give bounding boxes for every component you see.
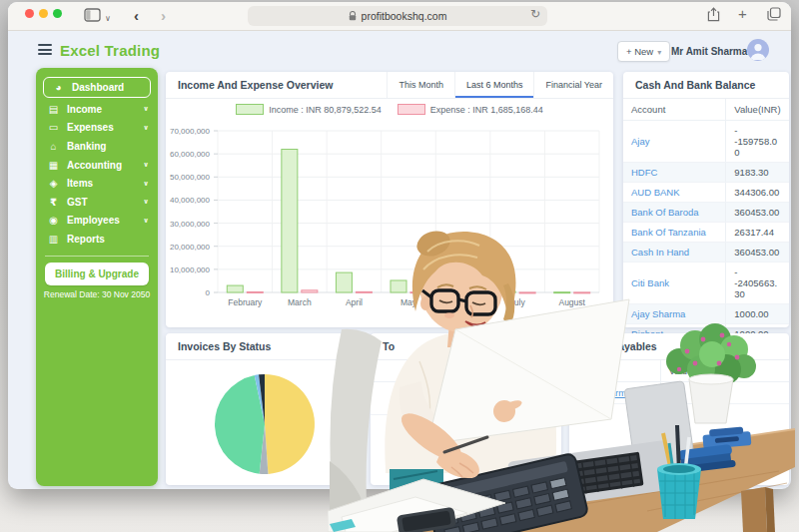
tab-overview-icon[interactable] bbox=[767, 7, 781, 27]
new-tab-icon[interactable]: + bbox=[738, 4, 747, 24]
sidebar-item-gst[interactable]: ₹GST∨ bbox=[36, 193, 158, 212]
desktop-background: ∨ ‹ › profitbookshq.com ↻ + Excel Tradin… bbox=[0, 0, 799, 532]
chevron-down-icon: ∨ bbox=[143, 161, 149, 169]
menu-toggle-icon[interactable] bbox=[38, 44, 52, 55]
sidebar-item-dashboard[interactable]: ◕Dashboard bbox=[43, 77, 151, 98]
photo-woman-at-desk bbox=[328, 212, 799, 532]
pie-slice bbox=[265, 374, 315, 474]
chevron-down-icon[interactable]: ∨ bbox=[105, 9, 111, 29]
card-title: Invoices By Status bbox=[166, 333, 283, 359]
billing-upgrade-button[interactable]: Billing & Upgrade bbox=[45, 263, 149, 285]
sidebar-item-accounting[interactable]: ▦Accounting∨ bbox=[36, 156, 158, 175]
rupee-icon: ₹ bbox=[47, 197, 60, 208]
chevron-down-icon: ▾ bbox=[657, 48, 661, 57]
table-leg bbox=[741, 487, 767, 532]
plant-pot bbox=[689, 379, 733, 423]
sidebar-item-label: GST bbox=[67, 197, 88, 208]
reload-icon[interactable]: ↻ bbox=[530, 7, 540, 21]
svg-text:0: 0 bbox=[206, 288, 211, 297]
tab-last-6-months[interactable]: Last 6 Months bbox=[454, 72, 534, 98]
card-title: Income And Expense Overview bbox=[166, 72, 345, 98]
wallet-icon: ▭ bbox=[47, 122, 60, 133]
tab-financial-year[interactable]: Financial Year bbox=[533, 72, 613, 98]
legend-label: Expense : INR 1,685,168.44 bbox=[430, 105, 543, 115]
account-link[interactable]: AUD BANK bbox=[623, 183, 726, 203]
lock-icon bbox=[349, 11, 357, 21]
avatar[interactable] bbox=[747, 39, 769, 61]
sidebar-toggle-icon[interactable] bbox=[84, 8, 101, 28]
sidebar-item-employees[interactable]: ◉Employees∨ bbox=[36, 212, 158, 231]
forward-button[interactable]: › bbox=[161, 6, 166, 26]
pencil-cup bbox=[657, 425, 701, 519]
card-title: Cash And Bank Balance bbox=[623, 72, 767, 98]
share-icon[interactable] bbox=[707, 7, 720, 28]
sidebar-item-expenses[interactable]: ▭Expenses∨ bbox=[36, 119, 158, 138]
chevron-down-icon: ∨ bbox=[143, 217, 149, 225]
sidebar-item-items[interactable]: ◈Items∨ bbox=[36, 174, 158, 193]
sidebar-item-label: Banking bbox=[67, 141, 106, 152]
legend-swatch bbox=[398, 104, 425, 115]
chevron-down-icon: ∨ bbox=[143, 198, 149, 206]
column-header: Value(INR) bbox=[726, 99, 789, 121]
address-bar[interactable]: profitbookshq.com ↻ bbox=[248, 6, 547, 26]
svg-text:50,000,000: 50,000,000 bbox=[170, 173, 211, 182]
sidebar-item-label: Dashboard bbox=[72, 82, 124, 93]
url-text: profitbookshq.com bbox=[362, 10, 447, 22]
svg-text:10,000,000: 10,000,000 bbox=[170, 266, 211, 274]
new-button[interactable]: + New▾ bbox=[617, 41, 670, 62]
svg-text:60,000,000: 60,000,000 bbox=[170, 150, 211, 159]
sidebar-item-label: Expenses bbox=[67, 122, 114, 133]
account-link[interactable]: HDFC bbox=[623, 163, 726, 183]
tag-icon: ◈ bbox=[47, 178, 60, 189]
value-cell: 9183.30 bbox=[726, 163, 789, 183]
legend-swatch bbox=[236, 104, 264, 115]
table-row[interactable]: HDFC9183.30 bbox=[623, 163, 789, 183]
chart-legend: Income : INR 80,879,522.54Expense : INR … bbox=[166, 104, 613, 115]
report-icon: ▥ bbox=[47, 234, 60, 245]
svg-text:70,000,000: 70,000,000 bbox=[170, 127, 211, 136]
chevron-down-icon: ∨ bbox=[143, 124, 149, 132]
cash-icon: ▤ bbox=[47, 104, 60, 115]
table-row[interactable]: Ajay--159758.00 bbox=[623, 121, 789, 163]
period-tabs: This MonthLast 6 MonthsFinancial Year bbox=[387, 72, 613, 98]
legend-label: Income : INR 80,879,522.54 bbox=[269, 105, 382, 115]
sidebar-item-label: Reports bbox=[67, 234, 105, 245]
account-link[interactable]: Ajay bbox=[623, 121, 726, 163]
pie-chart-icon: ◕ bbox=[52, 82, 65, 93]
sidebar-item-label: Employees bbox=[67, 215, 120, 226]
svg-text:40,000,000: 40,000,000 bbox=[170, 196, 211, 205]
column-header: Account bbox=[623, 99, 726, 121]
sidebar-item-label: Income bbox=[67, 104, 102, 115]
user-name[interactable]: Mr Amit Sharma bbox=[671, 46, 747, 57]
sidebar-item-banking[interactable]: ⌂Banking bbox=[36, 137, 158, 156]
table-row[interactable]: AUD BANK344306.00 bbox=[623, 183, 789, 203]
back-button[interactable]: ‹ bbox=[134, 6, 139, 26]
bank-icon: ⌂ bbox=[47, 141, 60, 152]
svg-text:February: February bbox=[228, 297, 263, 307]
minimize-window-button[interactable] bbox=[39, 9, 48, 18]
svg-text:March: March bbox=[288, 297, 312, 307]
users-icon: ◉ bbox=[47, 215, 60, 226]
legend-item: Expense : INR 1,685,168.44 bbox=[398, 104, 543, 115]
sidebar-item-income[interactable]: ▤Income∨ bbox=[36, 100, 158, 119]
calculator-icon: ▦ bbox=[47, 160, 60, 171]
sidebar-item-label: Accounting bbox=[67, 160, 122, 171]
svg-text:20,000,000: 20,000,000 bbox=[170, 243, 211, 252]
sidebar-divider bbox=[45, 256, 149, 257]
chevron-down-icon: ∨ bbox=[143, 180, 149, 188]
company-name: Excel Trading bbox=[60, 42, 160, 59]
renewal-date: Renewal Date: 30 Nov 2050 bbox=[36, 289, 158, 299]
pie-slice bbox=[215, 375, 265, 474]
sidebar: ◕Dashboard▤Income∨▭Expenses∨⌂Banking▦Acc… bbox=[36, 68, 158, 486]
value-cell: 344306.00 bbox=[726, 183, 789, 203]
zoom-window-button[interactable] bbox=[53, 9, 62, 18]
close-window-button[interactable] bbox=[25, 9, 34, 18]
chevron-down-icon: ∨ bbox=[143, 105, 149, 113]
svg-text:30,000,000: 30,000,000 bbox=[170, 220, 211, 229]
sidebar-item-reports[interactable]: ▥Reports bbox=[36, 230, 158, 249]
legend-item: Income : INR 80,879,522.54 bbox=[236, 104, 382, 115]
sidebar-item-label: Items bbox=[67, 178, 93, 189]
browser-chrome: ∨ ‹ › profitbookshq.com ↻ + bbox=[8, 2, 791, 31]
value-cell: --159758.00 bbox=[726, 121, 789, 163]
tab-this-month[interactable]: This Month bbox=[387, 72, 454, 98]
